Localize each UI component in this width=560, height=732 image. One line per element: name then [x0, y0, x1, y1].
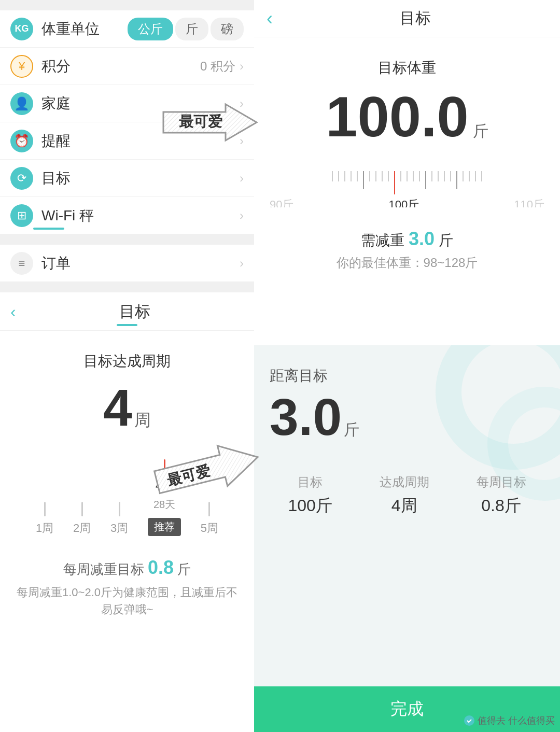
menu-item-orders[interactable]: ≡ 订单 ›	[0, 245, 254, 282]
weekly-note: 每周减重1.0~2.0斤为健康范围，且减重后不易反弹哦~	[16, 584, 239, 618]
menu-item-weight-unit[interactable]: KG 体重单位 公斤 斤 磅	[0, 10, 254, 48]
points-label: 积分	[41, 57, 200, 76]
chevron-icon-orders: ›	[240, 256, 244, 271]
menu-item-family[interactable]: 👤 家庭 ›	[0, 85, 254, 122]
chevron-icon-reminder: ›	[240, 134, 244, 148]
back-button-period[interactable]: ‹	[10, 302, 16, 321]
reminder-icon: ⏰	[10, 130, 33, 152]
need-lose-unit: 斤	[439, 232, 453, 248]
orders-label: 订单	[41, 254, 240, 273]
stat-weekly-value: 0.8斤	[477, 495, 526, 517]
tick-current	[394, 171, 395, 194]
distance-unit: 斤	[344, 419, 359, 441]
weekly-goal-value: 0.8	[148, 557, 174, 578]
goal-screen-top: ‹ 目标 目标体重 100.0 斤	[254, 0, 560, 345]
week-item-2[interactable]: 2周	[73, 502, 91, 536]
chevron-icon-goal: ›	[240, 171, 244, 186]
family-label: 家庭	[41, 94, 240, 114]
menu-item-goal[interactable]: ⟳ 目标 ›	[0, 160, 254, 197]
tick	[475, 171, 476, 181]
weekly-goal-prefix: 每周减重目标	[63, 561, 144, 577]
tick	[351, 171, 352, 181]
week-label-1: 1周	[36, 520, 53, 536]
weight-unit-label: 体重单位	[41, 19, 128, 39]
best-weight-label: 你的最佳体重：98~128斤	[264, 255, 550, 271]
watermark-icon	[463, 714, 475, 727]
ruler-container: 90斤 100斤 110斤	[254, 166, 560, 207]
ruler-label-90: 90斤	[270, 197, 293, 207]
weekly-goal-unit: 斤	[177, 561, 191, 577]
goal-period-header: ‹ 目标	[0, 293, 254, 331]
right-panel: ‹ 目标 目标体重 100.0 斤	[254, 0, 560, 732]
stat-target-label: 目标	[288, 474, 332, 490]
goal-label: 目标	[41, 168, 240, 188]
svg-point-8	[464, 715, 474, 726]
tick	[369, 171, 370, 181]
unit-btn-jin-gong[interactable]: 公斤	[128, 18, 173, 40]
title-underline	[117, 324, 137, 326]
tick	[481, 171, 482, 181]
ruler	[254, 166, 560, 194]
week-label-3: 3周	[110, 520, 128, 536]
week-item-4[interactable]: 4周 28天 推荐	[148, 459, 181, 536]
unit-selector: 公斤 斤 磅	[128, 18, 244, 40]
unit-btn-pound[interactable]: 磅	[211, 18, 244, 40]
chevron-icon-points: ›	[240, 59, 244, 74]
chevron-icon-family: ›	[240, 96, 244, 111]
wifi-scale-underline	[33, 228, 64, 230]
stat-period-value: 4周	[380, 495, 429, 517]
tick	[407, 171, 408, 181]
orders-icon: ≡	[10, 252, 33, 275]
menu-item-wifi-scale[interactable]: ⊞ Wi-Fi 秤 ›	[0, 197, 254, 234]
watermark-text: 值得去 什么值得买	[478, 714, 555, 727]
week-label-2: 2周	[73, 520, 91, 536]
back-button-top[interactable]: ‹	[267, 8, 273, 30]
top-title: 目标	[283, 8, 548, 29]
section-spacer-1	[0, 0, 254, 10]
reminder-label: 提醒	[41, 131, 240, 151]
need-lose-text: 需减重 3.0 斤	[264, 228, 550, 250]
tick	[357, 171, 358, 181]
period-number-container: 4 周	[16, 382, 239, 433]
tick	[332, 171, 333, 181]
tick	[463, 171, 464, 181]
ruler-labels: 90斤 100斤 110斤	[254, 197, 560, 207]
tick	[375, 171, 376, 181]
tick	[444, 171, 445, 181]
goal-info: 需减重 3.0 斤 你的最佳体重：98~128斤	[254, 218, 560, 281]
points-value: 0 积分	[200, 58, 235, 75]
weight-unit-icon: KG	[10, 18, 33, 40]
week-tick-4	[164, 459, 165, 474]
need-lose-value: 3.0	[409, 228, 435, 249]
target-weight-section: 目标体重 100.0 斤	[254, 37, 560, 156]
watermark: 值得去 什么值得买	[463, 714, 555, 727]
tick-long	[456, 171, 457, 189]
tick	[431, 171, 432, 181]
week-label-5: 5周	[201, 520, 218, 536]
goal-period-title: 目标	[26, 301, 244, 322]
target-weight-display: 100.0 斤	[254, 88, 560, 145]
tick	[413, 171, 414, 181]
menu-item-points[interactable]: ¥ 积分 0 积分 ›	[0, 48, 254, 85]
chevron-icon-wifi: ›	[240, 208, 244, 223]
section-spacer-3	[0, 282, 254, 292]
distance-display: 3.0 斤	[270, 391, 359, 443]
unit-btn-jin[interactable]: 斤	[175, 18, 208, 40]
weekly-goal-text: 每周减重目标 0.8 斤	[16, 557, 239, 579]
tick	[450, 171, 451, 181]
distance-value: 3.0	[270, 391, 342, 443]
menu-item-reminder[interactable]: ⏰ 提醒 ›	[0, 122, 254, 160]
tick	[469, 171, 470, 181]
need-lose-label: 需减重	[361, 232, 404, 248]
tick-long	[425, 171, 426, 189]
tick	[400, 171, 401, 181]
week-item-5[interactable]: 5周	[201, 502, 218, 536]
target-weight-unit: 斤	[473, 121, 488, 142]
distance-label: 距离目标	[270, 366, 359, 391]
points-icon: ¥	[10, 55, 33, 78]
ruler-label-100: 100斤	[389, 197, 419, 207]
ruler-label-110: 110斤	[514, 197, 544, 207]
week-tick-2	[81, 502, 83, 516]
week-item-1[interactable]: 1周	[36, 502, 53, 536]
week-item-3[interactable]: 3周	[110, 502, 128, 536]
